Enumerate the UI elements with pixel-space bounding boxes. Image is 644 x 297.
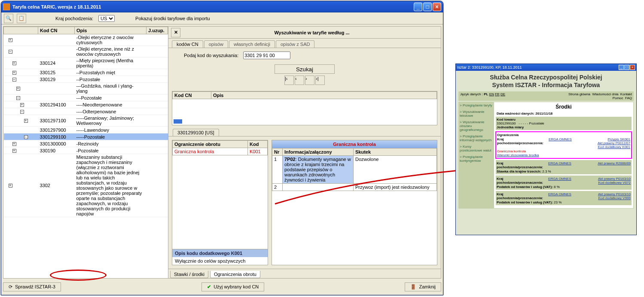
isztar-heading: Służba Celna Rzeczypospolitej Polskiej S… <box>458 73 634 89</box>
maximize-button[interactable]: □ <box>423 3 432 11</box>
tab-stawki[interactable]: Stawki / środki <box>170 271 208 278</box>
lang-fr[interactable]: FR <box>495 92 500 96</box>
link[interactable]: Akt prawny P0163/10 <box>598 177 631 181</box>
side-rates[interactable]: > Kursy przeliczeniowe walut <box>460 145 492 152</box>
use-code-button[interactable]: ✔Użyj wybrany kod CN <box>201 282 264 291</box>
link-faq[interactable]: FAQ <box>625 96 632 100</box>
side-intro[interactable]: > Przeglądanie informacji wstępnych <box>460 134 492 142</box>
table-row[interactable]: +3301297100-----Geraniowy; Jaśminowy; We… <box>4 115 168 127</box>
side-browse[interactable]: > Przeglądanie taryfy <box>460 103 492 107</box>
table-row[interactable]: +-Olejki eteryczne z owoców cytrusowych <box>4 34 168 46</box>
table-row[interactable]: +330124--Mięty pieprzowej (Mentha piperi… <box>4 58 168 69</box>
search-button[interactable]: Szukaj <box>275 64 335 74</box>
isztar-sidebar: > Przeglądanie taryfy > Wyszukiwanie tek… <box>458 102 494 209</box>
binoculars-icon[interactable]: 🔍 <box>4 14 13 23</box>
control-box: Graniczna kontrola Nr Informacja/załączo… <box>272 140 437 265</box>
link-k001[interactable]: Kod dodatkowy K001 <box>598 145 630 149</box>
link[interactable]: Akt prawny R2886/89 <box>598 161 631 165</box>
code-input[interactable] <box>243 52 290 59</box>
nav-next-icon[interactable]: › <box>305 76 314 85</box>
isztar-min-button[interactable]: _ <box>619 65 624 70</box>
nav-last-icon[interactable]: ›| <box>315 76 325 85</box>
link[interactable]: Akt prawny P0163/10 <box>598 192 631 196</box>
tab-kodow-cn[interactable]: kodów CN <box>172 40 203 48</box>
isztar-button[interactable]: ⟳Sprawdź ISZTAR-3 <box>3 282 61 291</box>
control-row[interactable]: 17P02: Dokumenty wymagane w obrocie z kr… <box>272 156 437 184</box>
tab-opisow[interactable]: opisów <box>204 40 228 48</box>
erga-link[interactable]: ERGA OMNES <box>549 137 587 149</box>
table-row[interactable]: −---Pozostałe <box>4 94 168 101</box>
restriction-desc-text: Wyłącznie do celów spożywczych <box>172 257 268 265</box>
lang-de[interactable]: DE <box>501 92 505 96</box>
erga-link[interactable]: ERGA OMNES <box>548 161 587 169</box>
jednostka-label: Jednostka miary <box>497 125 631 129</box>
control-header-info: Informacja/załączony <box>283 148 354 156</box>
isztar-max-button[interactable]: □ <box>624 65 629 70</box>
close-button[interactable]: × <box>433 3 441 11</box>
erga-link[interactable]: ERGA OMNES <box>548 192 587 200</box>
table-row[interactable]: −330129--Pozostałe <box>4 76 168 83</box>
table-row[interactable]: −3301299100-----Pozostałe <box>4 133 168 140</box>
search-close-icon[interactable]: ✕ <box>171 28 180 37</box>
control-header-nr: Nr <box>272 148 283 156</box>
nav-first-icon[interactable]: |‹ <box>284 76 294 85</box>
erga-link[interactable]: ERGA OMNES <box>548 177 587 185</box>
tariff-tab-bar: 3301299100 [US] <box>168 129 441 136</box>
tab-wlasnych[interactable]: własnych definicji <box>229 40 275 48</box>
restriction-row[interactable]: Graniczna kontrola K001 <box>173 148 268 155</box>
link-news[interactable]: Wiadomości dnia <box>592 92 618 96</box>
isztar-close-button[interactable]: × <box>630 65 635 70</box>
tariff-tab[interactable]: 3301299100 [US] <box>173 129 219 136</box>
table-row[interactable]: 3301297900-----Lawendowy <box>4 127 168 133</box>
tab-ograniczenia[interactable]: Ograniczenia obrotu <box>210 271 260 278</box>
link-p0012[interactable]: Akt prawny P0012/07 <box>598 141 630 145</box>
link[interactable]: Kod dodatkowy V999 <box>598 196 631 200</box>
isztar-measure-group: Kraj pochodzenia/przeznaczenia:ERGA OMNE… <box>496 160 632 174</box>
inner-panel: Kod CN Opis J.uzup. +-Olejki eteryczne z… <box>3 26 441 279</box>
lang-en[interactable]: EN <box>489 92 494 96</box>
search-body: Podaj kod do wyszukania: Szukaj |‹ ‹ › ›… <box>168 48 441 91</box>
link-sk001[interactable]: Przypis SK001 <box>608 137 630 141</box>
tab-sad[interactable]: opisów z SAD <box>276 40 314 48</box>
restriction-desc-title: Opis kodu dodatkowego K001 <box>172 249 268 257</box>
control-row[interactable]: 2Przywoz (import) jest niedozwolony <box>272 184 437 191</box>
minimize-button[interactable]: _ <box>414 3 422 11</box>
isztar-window: Isztar 2: 3301299100, KP, 18.11.2011 _ □… <box>455 64 637 235</box>
table-row[interactable]: +3301300000-Rezinoidy <box>4 140 168 147</box>
show-means-label: Pokazuj środki taryfowe dla importu <box>135 16 210 21</box>
result-header-desc: Opis <box>211 92 437 99</box>
table-row[interactable]: −-Olejki eteryczne, inne niż z owoców cy… <box>4 46 168 58</box>
copy-icon[interactable]: 📋 <box>17 14 26 23</box>
kod-towaru-desc: - - - - - Pozostałe <box>519 121 544 125</box>
restriction-header-code: Kod <box>248 141 268 148</box>
control-header-effect: Skutek <box>354 148 437 156</box>
table-row[interactable]: +3302Mieszaniny substancji zapachowych i… <box>4 154 168 217</box>
link-help[interactable]: Pomoc <box>613 96 623 100</box>
link[interactable]: Kod dodatkowy V072 <box>598 181 631 185</box>
link-home[interactable]: Strona główna <box>568 92 590 96</box>
origin-select[interactable]: US <box>98 15 115 22</box>
ograniczenia-label: Ograniczenia <box>497 133 630 137</box>
close-footer-button[interactable]: 🚪Zamknij <box>405 282 441 291</box>
isztar-datawaz: Data ważności danych: 2011/11/18 <box>497 112 631 115</box>
result-scrollbar-thumb[interactable] <box>174 119 182 124</box>
nav-prev-icon[interactable]: ‹ <box>295 76 304 85</box>
table-row[interactable]: +330190-Pozostałe <box>4 147 168 154</box>
table-row[interactable]: +---Goździka, niaouli i ylang-ylang <box>4 83 168 94</box>
side-georegion[interactable]: > Wyszukiwanie obszaru geograficznego <box>460 120 492 132</box>
table-row[interactable]: −----Odterpenowane <box>4 108 168 115</box>
link-contact[interactable]: Kontakt <box>620 92 632 96</box>
table-row[interactable]: +330125--Pozostałych mięt <box>4 69 168 76</box>
rightlinks-1: Przypis SK001 Akt prawny P0012/07 Kod do… <box>587 137 630 149</box>
kod-towaru-label: Kod towaru <box>497 118 631 121</box>
side-textsearch[interactable]: > Wyszukiwanie tekstowe <box>460 110 492 118</box>
lang-pl[interactable]: PL <box>484 92 488 96</box>
nav-buttons: |‹ ‹ › ›| <box>172 76 437 85</box>
control-title: Graniczna kontrola <box>272 140 437 148</box>
right-pane: ✕ Wyszukiwanie w taryfie według ... kodó… <box>168 27 441 278</box>
side-quotas[interactable]: > Przeglądanie kontyngentów <box>460 155 492 163</box>
table-row[interactable]: +3301294100----Nieodterpenowane <box>4 101 168 108</box>
warunki-link[interactable]: Warunki stosowania środka <box>497 153 630 157</box>
isztar-title: Isztar 2: 3301299100, KP, 18.11.2011 <box>457 65 522 70</box>
search-results: Kod CN Opis <box>172 91 437 125</box>
